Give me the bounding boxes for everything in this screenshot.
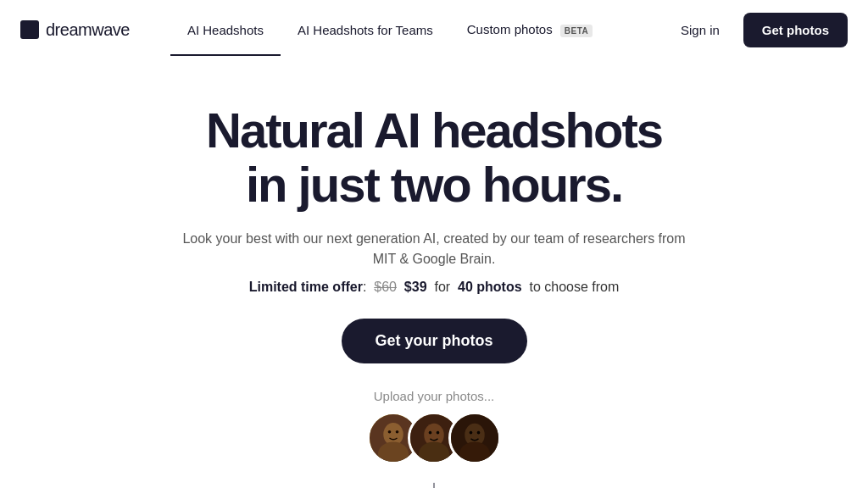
svg-point-9 — [437, 430, 440, 434]
hero-headline: Natural AI headshots in just two hours. — [206, 103, 662, 212]
avatar-3 — [448, 412, 501, 464]
svg-point-8 — [429, 430, 432, 434]
offer-end: to choose from — [529, 280, 619, 294]
hero-subtext: Look your best with our next generation … — [180, 229, 688, 269]
offer-separator: : — [363, 280, 366, 294]
avatar-face-3 — [451, 414, 498, 462]
offer-label: Limited time offer — [249, 280, 363, 294]
offer-text: Limited time offer: $60 $39 for 40 photo… — [249, 280, 620, 295]
avatar-row — [367, 412, 501, 464]
hero-section: Natural AI headshots in just two hours. … — [0, 59, 868, 488]
nav-ai-headshots-teams[interactable]: AI Headshots for Teams — [281, 4, 450, 56]
headline-line2: in just two hours. — [246, 157, 622, 212]
offer-middle: for — [434, 280, 450, 294]
logo[interactable]: dreamwave — [20, 20, 130, 40]
cta-button[interactable]: Get your photos — [342, 319, 527, 363]
logo-text: dreamwave — [46, 20, 130, 40]
svg-point-14 — [477, 430, 481, 434]
navbar: dreamwave AI Headshots AI Headshots for … — [0, 0, 868, 59]
logo-icon — [20, 20, 39, 39]
upload-section: Upload your photos... — [367, 389, 501, 488]
nav-custom-photos[interactable]: Custom photos BETA — [450, 3, 610, 56]
nav-custom-photos-label: Custom photos — [467, 22, 553, 36]
nav-ai-headshots[interactable]: AI Headshots — [170, 4, 281, 56]
svg-point-4 — [396, 430, 399, 434]
nav-links: AI Headshots AI Headshots for Teams Cust… — [170, 3, 670, 56]
beta-badge: BETA — [560, 25, 593, 37]
headline-line1: Natural AI headshots — [206, 103, 662, 158]
offer-photos: 40 photos — [458, 280, 522, 294]
nav-get-photos-button[interactable]: Get photos — [743, 13, 848, 47]
offer-new-price: $39 — [404, 280, 427, 294]
scroll-arrow: ↓ — [430, 476, 439, 488]
sign-in-button[interactable]: Sign in — [670, 16, 730, 44]
nav-right: Sign in Get photos — [670, 13, 848, 47]
svg-point-3 — [388, 430, 392, 434]
upload-label: Upload your photos... — [374, 389, 495, 403]
offer-old-price: $60 — [374, 280, 397, 294]
svg-point-13 — [470, 430, 473, 434]
